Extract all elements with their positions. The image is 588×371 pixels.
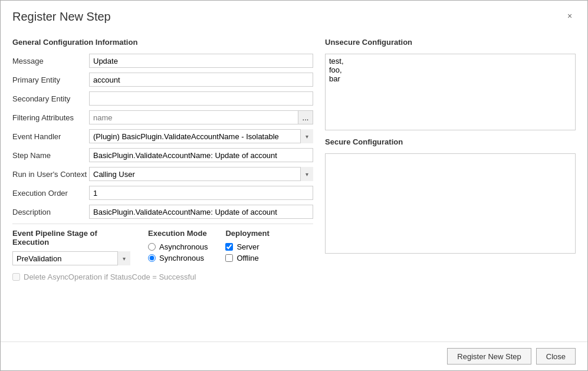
secure-config-title: Secure Configuration bbox=[325, 137, 576, 146]
secure-config-textarea[interactable] bbox=[325, 153, 576, 254]
close-button[interactable]: Close bbox=[536, 348, 576, 365]
filtering-attributes-button[interactable]: ... bbox=[298, 110, 313, 124]
offline-checkbox-label[interactable]: Offline bbox=[236, 254, 258, 262]
dialog-body: General Configuration Information Messag… bbox=[1, 28, 587, 342]
description-input[interactable] bbox=[89, 205, 313, 219]
general-config-title: General Configuration Information bbox=[12, 38, 313, 47]
filtering-attributes-label: Filtering Attributes bbox=[12, 113, 89, 122]
pipeline-stage-title: Event Pipeline Stage of Execution bbox=[12, 229, 130, 247]
event-handler-label: Event Handler bbox=[12, 132, 89, 141]
secondary-entity-label: Secondary Entity bbox=[12, 94, 89, 103]
execution-order-input[interactable] bbox=[89, 186, 313, 200]
execution-mode-section: Execution Mode Asynchronous Synchronous bbox=[148, 229, 208, 262]
async-op-checkbox[interactable] bbox=[12, 273, 20, 281]
offline-checkbox-row: Offline bbox=[225, 254, 269, 262]
step-name-label: Step Name bbox=[12, 151, 89, 160]
server-checkbox-label[interactable]: Server bbox=[236, 242, 259, 251]
async-op-label[interactable]: Delete AsyncOperation if StatusCode = Su… bbox=[24, 272, 196, 281]
secure-config-block: Secure Configuration bbox=[325, 137, 576, 332]
sync-radio-label[interactable]: Synchronous bbox=[159, 254, 204, 262]
async-op-row: Delete AsyncOperation if StatusCode = Su… bbox=[12, 272, 313, 281]
bottom-controls: Event Pipeline Stage of Execution PreVal… bbox=[12, 229, 313, 265]
register-new-step-button[interactable]: Register New Step bbox=[447, 348, 531, 365]
left-panel: General Configuration Information Messag… bbox=[12, 38, 313, 332]
secondary-entity-row: Secondary Entity bbox=[12, 91, 313, 106]
deployment-title: Deployment bbox=[225, 229, 269, 238]
pipeline-stage-select[interactable]: PreValidation bbox=[12, 251, 130, 265]
step-name-input[interactable] bbox=[89, 148, 313, 162]
filtering-attributes-row: Filtering Attributes ... bbox=[12, 110, 313, 124]
execution-order-row: Execution Order bbox=[12, 186, 313, 200]
secondary-entity-input[interactable] bbox=[89, 91, 313, 106]
run-context-select[interactable]: Calling User bbox=[89, 167, 313, 181]
offline-checkbox[interactable] bbox=[225, 254, 233, 262]
event-handler-select[interactable]: (Plugin) BasicPlugin.ValidateAccountName… bbox=[89, 129, 313, 143]
message-row: Message bbox=[12, 54, 313, 68]
filtering-input-group: ... bbox=[89, 110, 313, 124]
description-row: Description bbox=[12, 205, 313, 219]
dialog-title: Register New Step bbox=[12, 10, 111, 24]
bottom-section: Event Pipeline Stage of Execution PreVal… bbox=[12, 229, 313, 281]
primary-entity-input[interactable] bbox=[89, 73, 313, 87]
async-radio[interactable] bbox=[148, 243, 156, 251]
sync-radio-row: Synchronous bbox=[148, 254, 208, 262]
primary-entity-label: Primary Entity bbox=[12, 75, 89, 84]
close-icon[interactable]: × bbox=[564, 10, 576, 22]
unsecure-config-textarea[interactable] bbox=[325, 54, 576, 130]
title-bar: Register New Step × bbox=[1, 1, 587, 28]
primary-entity-row: Primary Entity bbox=[12, 73, 313, 87]
right-panel: Unsecure Configuration Secure Configurat… bbox=[325, 38, 576, 332]
server-checkbox-row: Server bbox=[225, 242, 269, 251]
async-radio-row: Asynchronous bbox=[148, 242, 208, 251]
server-checkbox[interactable] bbox=[225, 243, 233, 251]
register-new-step-dialog: Register New Step × General Configuratio… bbox=[0, 0, 588, 371]
message-input[interactable] bbox=[89, 54, 313, 68]
pipeline-stage-section: Event Pipeline Stage of Execution PreVal… bbox=[12, 229, 130, 265]
execution-mode-title: Execution Mode bbox=[148, 229, 208, 238]
unsecure-config-block: Unsecure Configuration bbox=[325, 38, 576, 130]
run-context-select-wrapper: Calling User ▾ bbox=[89, 167, 313, 181]
event-handler-select-wrapper: (Plugin) BasicPlugin.ValidateAccountName… bbox=[89, 129, 313, 143]
run-context-row: Run in User's Context Calling User ▾ bbox=[12, 167, 313, 181]
async-radio-label[interactable]: Asynchronous bbox=[159, 242, 208, 251]
description-label: Description bbox=[12, 208, 89, 216]
message-label: Message bbox=[12, 57, 89, 65]
filtering-attributes-input[interactable] bbox=[89, 110, 298, 124]
step-name-row: Step Name bbox=[12, 148, 313, 162]
run-context-label: Run in User's Context bbox=[12, 170, 89, 179]
pipeline-stage-select-wrapper: PreValidation ▾ bbox=[12, 251, 130, 265]
sync-radio[interactable] bbox=[148, 254, 156, 262]
execution-order-label: Execution Order bbox=[12, 189, 89, 198]
unsecure-config-title: Unsecure Configuration bbox=[325, 38, 576, 47]
event-handler-row: Event Handler (Plugin) BasicPlugin.Valid… bbox=[12, 129, 313, 143]
deployment-section: Deployment Server Offline bbox=[225, 229, 269, 262]
dialog-footer: Register New Step Close bbox=[1, 342, 587, 370]
